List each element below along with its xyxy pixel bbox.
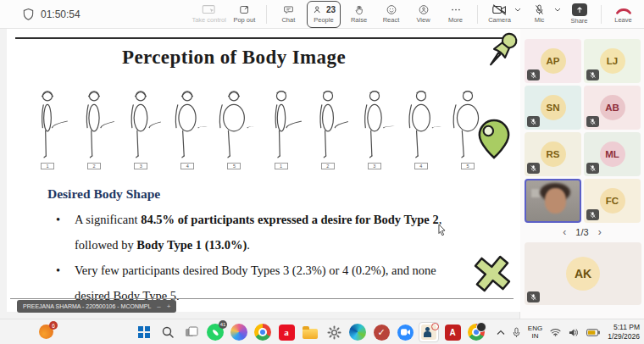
volume-icon[interactable] (569, 328, 579, 337)
language-indicator[interactable]: ENG IN (528, 325, 542, 340)
avatar: SN (541, 95, 566, 120)
share-button[interactable]: Share (565, 1, 593, 28)
settings-icon[interactable] (324, 322, 344, 342)
pop-out-button[interactable]: Pop out (230, 1, 258, 28)
share-icon (572, 3, 587, 16)
camera-button[interactable]: Camera (486, 1, 514, 28)
meeting-timer: 01:50:54 (22, 8, 80, 21)
avatar: RS (541, 141, 566, 167)
whatsapp-icon[interactable]: 41 (205, 322, 225, 342)
start-icon[interactable] (134, 322, 154, 342)
windows-taskbar: 6 41a✓A ENG IN 5:11 PM 1/29/2026 (0, 319, 644, 344)
task-view-icon[interactable] (181, 322, 202, 342)
people-button[interactable]: 23 People (307, 1, 341, 28)
teams-icon[interactable] (419, 322, 439, 342)
tray-time: 5:11 PM (608, 323, 640, 332)
zoom-in-button[interactable]: + (167, 302, 171, 310)
participant-tile-grid: APLJSNABRSMLFC (525, 39, 641, 223)
mic-muted-icon (527, 291, 540, 302)
avatar: ML (600, 141, 625, 167)
avatar: FC (600, 188, 625, 214)
mouse-cursor (437, 224, 447, 237)
zoom-out-button[interactable]: – (157, 302, 160, 310)
body-figure-male-1: 1 (259, 88, 303, 169)
tray-chevron-up-icon[interactable] (497, 330, 505, 336)
whatsapp-badge: 41 (219, 320, 227, 329)
slide-title: Perception of Body Image (7, 47, 461, 69)
avatar: LJ (600, 48, 625, 74)
tray-mic-icon[interactable] (513, 327, 520, 338)
figure-number-label: 5 (227, 163, 241, 169)
body-figure-female-3: 3 (119, 88, 163, 169)
figure-number-label: 4 (414, 163, 428, 169)
cross-icon (469, 251, 515, 297)
participant-tile-ap[interactable]: AP (525, 39, 581, 83)
wifi-icon[interactable] (550, 328, 561, 336)
edge-icon[interactable] (347, 322, 368, 342)
figure-number-label: 1 (41, 163, 54, 169)
slide-bottom-rule (10, 298, 514, 299)
react-smiley-icon (386, 4, 397, 15)
take-control-icon (201, 4, 218, 15)
copilot-icon[interactable] (229, 322, 249, 342)
meeting-toolbar: 01:50:54 Take control Pop out Chat 23 (0, 0, 644, 29)
spotlight-tile-slot: AK (525, 242, 641, 305)
pagination-prev-button[interactable]: ‹ (563, 226, 566, 238)
participant-tile-fc[interactable]: FC (584, 179, 641, 223)
avatar: AK (566, 257, 600, 291)
more-button[interactable]: More (441, 1, 469, 28)
adobe-icon[interactable]: a (276, 322, 297, 342)
chevron-down-icon[interactable] (554, 8, 561, 12)
body-figure-female-5: 5 (212, 88, 256, 169)
body-figure-female-1: 1 (25, 88, 69, 169)
participant-tile-ab[interactable]: AB (584, 86, 641, 130)
body-figure-male-2: 2 (306, 88, 350, 169)
search-icon[interactable] (158, 322, 178, 342)
participant-tile-lj[interactable]: LJ (584, 39, 641, 83)
mic-button[interactable]: Mic (525, 1, 553, 28)
figure-number-label: 4 (180, 163, 194, 169)
zoom-icon[interactable] (395, 322, 415, 342)
mic-muted-icon (527, 116, 540, 127)
taskbar-app-icons: 41a✓A (134, 319, 486, 344)
participant-tile-rs[interactable]: RS (525, 132, 581, 176)
acrobat-icon[interactable]: A (442, 322, 463, 342)
clock[interactable]: 5:11 PM 1/29/2026 (608, 323, 640, 341)
toolbar-divider (266, 5, 267, 24)
figure-number-label: 3 (134, 163, 147, 169)
battery-icon[interactable] (586, 329, 600, 336)
todo-icon[interactable]: ✓ (371, 322, 391, 342)
body-figure-female-2: 2 (72, 88, 116, 169)
react-button[interactable]: React (377, 1, 405, 28)
pagination-next-button[interactable]: › (598, 226, 602, 238)
view-button[interactable]: View (409, 1, 437, 28)
figure-number-label: 2 (87, 163, 101, 169)
gallery-pagination: ‹ 1/3 › (520, 226, 644, 238)
mic-muted-icon (527, 163, 540, 174)
shield-icon (22, 8, 35, 21)
participant-tile-sn[interactable]: SN (525, 86, 581, 130)
presenter-tag-label: PREEJANA SHARMA - 220500106 - MCONMPL (23, 303, 151, 309)
video-participant-face (545, 188, 566, 214)
more-ellipsis-icon (450, 4, 462, 15)
location-pin-icon (476, 119, 512, 161)
notification-badge: 6 (49, 321, 58, 330)
pagination-label: 1/3 (575, 227, 588, 237)
participant-video-tile[interactable] (525, 179, 581, 223)
participant-count-badge: 23 (326, 5, 336, 14)
leave-button[interactable]: Leave (609, 1, 637, 28)
notification-icon[interactable]: 6 (39, 325, 53, 339)
presenter-tag[interactable]: PREEJANA SHARMA - 220500106 - MCONMPL – … (17, 300, 176, 313)
chrome-icon[interactable] (253, 322, 273, 342)
chat-button[interactable]: Chat (275, 1, 303, 28)
chevron-down-icon[interactable] (514, 8, 521, 12)
mic-muted-icon (586, 69, 599, 80)
participant-tile-ak[interactable]: AK (525, 242, 641, 305)
participant-tile-ml[interactable]: ML (584, 132, 641, 176)
toolbar-divider (601, 5, 602, 24)
chrome-profile-icon[interactable] (466, 322, 486, 342)
avatar: AP (541, 48, 566, 74)
take-control-button[interactable]: Take control (192, 1, 225, 28)
raise-hand-button[interactable]: Raise (345, 1, 373, 28)
file-explorer-icon[interactable] (300, 322, 320, 342)
